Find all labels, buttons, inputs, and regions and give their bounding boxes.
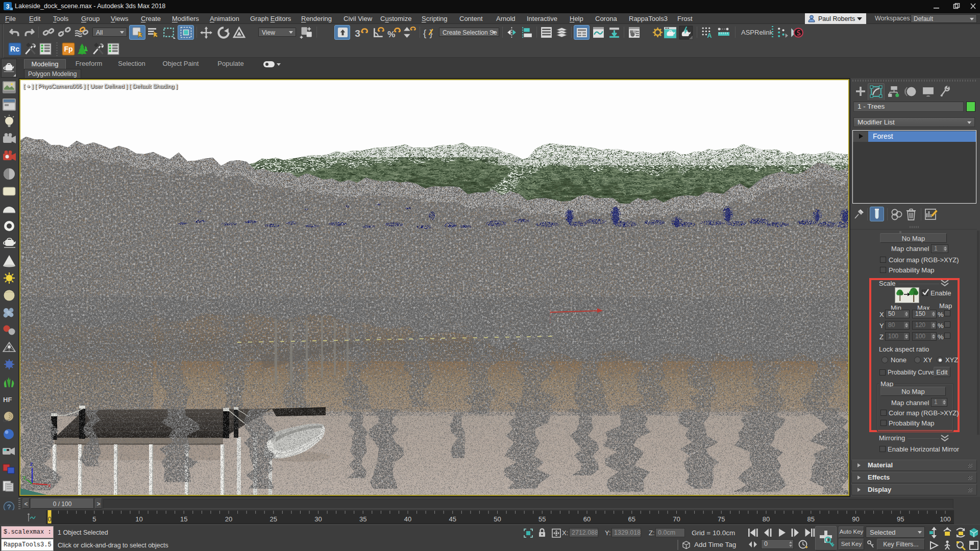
svg-text:?: ? bbox=[7, 503, 11, 511]
svg-text:HF: HF bbox=[3, 396, 12, 404]
svg-text:85: 85 bbox=[807, 515, 815, 523]
svg-text:0: 0 bbox=[47, 515, 51, 523]
svg-text:25: 25 bbox=[270, 515, 277, 523]
svg-text:y: y bbox=[23, 474, 26, 480]
svg-text:z: z bbox=[30, 461, 33, 467]
svg-text:70: 70 bbox=[673, 515, 680, 523]
svg-text:A: A bbox=[707, 32, 712, 39]
svg-text:40: 40 bbox=[404, 515, 411, 523]
svg-text:10: 10 bbox=[135, 515, 142, 523]
svg-text:75: 75 bbox=[718, 515, 725, 523]
svg-text:45: 45 bbox=[449, 515, 456, 523]
svg-text:80: 80 bbox=[763, 515, 770, 523]
svg-text:100: 100 bbox=[940, 515, 951, 523]
svg-text:15: 15 bbox=[180, 515, 187, 523]
svg-text:3: 3 bbox=[355, 28, 360, 39]
svg-text:95: 95 bbox=[897, 515, 904, 523]
svg-text:35: 35 bbox=[359, 515, 366, 523]
svg-text:20: 20 bbox=[225, 515, 232, 523]
svg-text:{: { bbox=[423, 28, 426, 38]
svg-text:55: 55 bbox=[538, 515, 546, 523]
svg-text:30: 30 bbox=[314, 515, 322, 523]
svg-text:Fp: Fp bbox=[64, 45, 73, 53]
svg-text:5: 5 bbox=[92, 515, 96, 523]
svg-text:60: 60 bbox=[583, 515, 591, 523]
svg-text:3: 3 bbox=[6, 3, 10, 10]
svg-text:50: 50 bbox=[494, 515, 501, 523]
svg-text:x: x bbox=[48, 482, 51, 488]
svg-text:65: 65 bbox=[628, 515, 635, 523]
svg-text:90: 90 bbox=[852, 515, 859, 523]
svg-text:Rc: Rc bbox=[10, 45, 19, 53]
svg-text:OX: OX bbox=[3, 418, 9, 423]
